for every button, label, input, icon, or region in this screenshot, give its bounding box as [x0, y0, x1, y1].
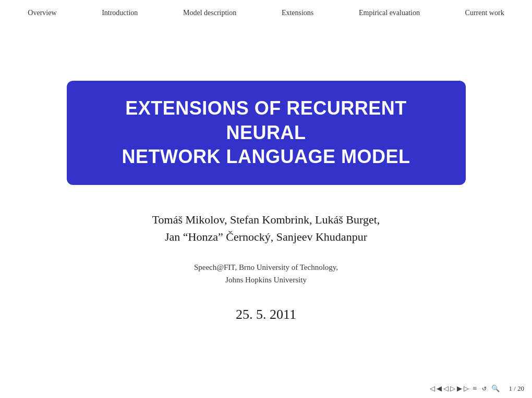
nav-item-introduction[interactable]: Introduction: [98, 6, 142, 20]
title-line2: NETWORK LANGUAGE MODEL: [122, 146, 410, 167]
nav-item-extensions[interactable]: Extensions: [277, 6, 318, 20]
loop-icon[interactable]: ↺: [482, 385, 487, 392]
authors-line1: Tomáš Mikolov, Stefan Kombrink, Lukáš Bu…: [152, 213, 380, 226]
search-icon[interactable]: 🔍: [491, 384, 500, 393]
page-indicator: 1 / 20: [509, 384, 524, 393]
slide-date: 25. 5. 2011: [236, 307, 296, 322]
prev-arrow-icon[interactable]: ◀: [437, 384, 442, 393]
nav-item-overview[interactable]: Overview: [23, 6, 61, 20]
first-arrow-icon[interactable]: ◁: [430, 384, 435, 393]
equiv-icon[interactable]: ≡: [473, 384, 477, 393]
nav-controls: ◁ ◀ ◁ ▷ ▶ ▷ ≡ ↺ 🔍: [430, 384, 501, 393]
authors: Tomáš Mikolov, Stefan Kombrink, Lukáš Bu…: [152, 211, 380, 245]
nav-bar: OverviewIntroductionModel descriptionExt…: [0, 0, 532, 26]
nav-item-empirical-evaluation[interactable]: Empirical evaluation: [355, 6, 424, 20]
affiliation-line1: Speech@FIT, Brno University of Technolog…: [194, 263, 338, 271]
prev-section-icon[interactable]: ◁: [443, 384, 449, 393]
title-line1: EXTENSIONS OF RECURRENT NEURAL: [125, 97, 407, 143]
nav-item-model-description[interactable]: Model description: [179, 6, 240, 20]
main-content: EXTENSIONS OF RECURRENT NEURAL NETWORK L…: [0, 26, 532, 398]
authors-line2: Jan “Honza” Černocký, Sanjeev Khudanpur: [165, 230, 367, 243]
last-arrow-icon[interactable]: ▷: [464, 384, 469, 393]
affiliation-line2: Johns Hopkins University: [225, 276, 307, 284]
bottom-bar: ◁ ◀ ◁ ▷ ▶ ▷ ≡ ↺ 🔍 1 / 20: [430, 384, 524, 393]
affiliation: Speech@FIT, Brno University of Technolog…: [194, 261, 338, 286]
nav-item-current-work[interactable]: Current work: [461, 6, 509, 20]
slide-title: EXTENSIONS OF RECURRENT NEURAL NETWORK L…: [93, 96, 440, 169]
title-box: EXTENSIONS OF RECURRENT NEURAL NETWORK L…: [67, 81, 466, 185]
next-arrow-icon[interactable]: ▶: [457, 384, 462, 393]
next-section-icon[interactable]: ▷: [450, 384, 455, 393]
